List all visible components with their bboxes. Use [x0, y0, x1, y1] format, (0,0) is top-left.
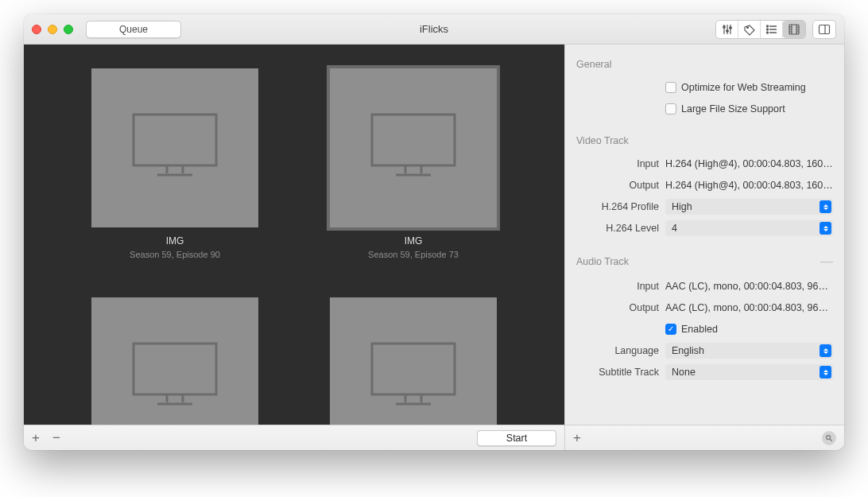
filmstrip-icon[interactable]	[783, 21, 805, 38]
h264-profile-label: H.264 Profile	[576, 201, 665, 212]
remove-button[interactable]: −	[52, 430, 60, 446]
monitor-icon	[127, 107, 223, 189]
monitor-icon	[366, 107, 461, 189]
svg-point-5	[766, 29, 768, 30]
media-item[interactable]	[310, 297, 517, 425]
language-label: Language	[576, 345, 665, 356]
section-video: Video Track	[576, 135, 833, 146]
media-subtitle: Season 59, Episode 73	[368, 250, 459, 259]
svg-rect-12	[372, 344, 455, 394]
monitor-icon	[366, 336, 461, 418]
svg-point-3	[746, 26, 748, 28]
add-button[interactable]: +	[32, 430, 40, 446]
inspector-panel: General Optimize for Web Streaming Large…	[564, 45, 844, 425]
audio-input-value: AAC (LC), mono, 00:00:04.803, 96kb…	[665, 281, 833, 292]
media-item[interactable]: IMG Season 59, Episode 73	[310, 68, 517, 259]
media-item[interactable]: IMG Season 59, Episode 90	[72, 68, 278, 259]
chevron-updown-icon	[820, 344, 831, 357]
titlebar: Queue iFlicks	[24, 14, 844, 45]
optimize-web-checkbox[interactable]	[665, 82, 676, 93]
h264-level-select[interactable]: 4	[665, 220, 833, 236]
media-subtitle: Season 59, Episode 90	[130, 250, 220, 259]
close-window-button[interactable]	[32, 25, 41, 34]
chevron-updown-icon	[820, 222, 831, 235]
media-thumbnail	[91, 297, 258, 425]
svg-rect-11	[134, 344, 216, 394]
audio-enabled-checkbox[interactable]	[665, 324, 676, 335]
view-segmented-control	[715, 20, 806, 39]
add-inspector-button[interactable]: +	[573, 430, 581, 446]
app-window: Queue iFlicks	[24, 14, 844, 450]
language-select[interactable]: English	[665, 343, 833, 359]
svg-rect-8	[820, 25, 830, 33]
footer-bar: + − Start +	[24, 425, 844, 450]
media-item[interactable]	[72, 297, 278, 425]
start-button[interactable]: Start	[477, 430, 556, 446]
media-thumbnail	[330, 68, 497, 227]
svg-rect-10	[372, 115, 455, 165]
media-thumbnail	[91, 68, 258, 227]
audio-enabled-label: Enabled	[681, 324, 833, 335]
svg-point-1	[726, 29, 728, 32]
tag-icon[interactable]	[738, 21, 761, 38]
zoom-window-button[interactable]	[64, 25, 73, 34]
svg-point-4	[766, 25, 768, 27]
queue-button[interactable]: Queue	[86, 21, 181, 38]
svg-point-6	[766, 32, 768, 33]
search-icon[interactable]	[822, 431, 836, 445]
window-controls	[32, 25, 73, 34]
list-icon[interactable]	[761, 21, 783, 38]
large-file-checkbox[interactable]	[665, 103, 676, 115]
video-output-value: H.264 (High@4), 00:00:04.803, 1604…	[665, 180, 833, 191]
audio-output-value: AAC (LC), mono, 00:00:04.803, 96kb…	[665, 302, 833, 313]
section-general: General	[576, 59, 833, 70]
minimize-window-button[interactable]	[48, 25, 57, 34]
video-input-value: H.264 (High@4), 00:00:04.803, 1604…	[665, 158, 833, 169]
optimize-web-label: Optimize for Web Streaming	[681, 82, 833, 93]
svg-point-0	[723, 25, 725, 28]
audio-input-label: Input	[576, 281, 665, 292]
audio-output-label: Output	[576, 302, 665, 313]
media-thumbnail	[330, 297, 497, 425]
media-title: IMG	[166, 235, 184, 247]
svg-point-2	[729, 26, 731, 29]
section-audio: Audio Track—	[576, 254, 833, 269]
sliders-icon[interactable]	[716, 21, 738, 38]
subtitle-track-label: Subtitle Track	[576, 367, 665, 378]
svg-point-13	[827, 435, 831, 439]
collapse-indicator-icon[interactable]: —	[820, 254, 833, 269]
svg-rect-9	[134, 115, 216, 165]
video-output-label: Output	[576, 180, 665, 191]
chevron-updown-icon	[820, 366, 831, 379]
large-file-label: Large File Size Support	[681, 103, 833, 115]
chevron-updown-icon	[820, 200, 831, 213]
h264-level-label: H.264 Level	[576, 223, 665, 234]
sidebar-toggle-icon[interactable]	[813, 21, 835, 38]
h264-profile-select[interactable]: High	[665, 199, 833, 215]
video-input-label: Input	[576, 158, 665, 169]
monitor-icon	[127, 336, 223, 418]
media-gallery[interactable]: IMG Season 59, Episode 90 IMG Season 59,…	[24, 45, 564, 425]
subtitle-track-select[interactable]: None	[665, 364, 833, 380]
media-title: IMG	[405, 235, 423, 247]
